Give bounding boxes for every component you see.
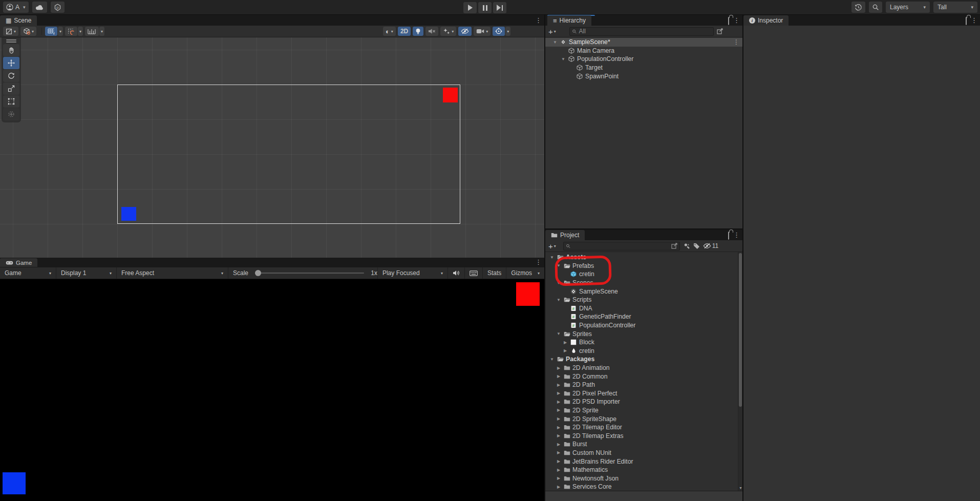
tree-row-geneticpathfinder[interactable]: #GeneticPathFinder xyxy=(545,312,742,321)
expand-arrow-icon[interactable] xyxy=(549,255,555,260)
game-gizmos-dropdown[interactable]: Gizmos▾ xyxy=(506,267,544,279)
tree-row-main-camera[interactable]: Main Camera xyxy=(545,47,742,55)
project-search-field[interactable] xyxy=(563,242,680,251)
tree-row-populationcontroller[interactable]: #PopulationController xyxy=(545,321,742,330)
expand-arrow-icon[interactable] xyxy=(563,340,568,345)
pause-button[interactable] xyxy=(478,2,492,13)
expand-arrow-icon[interactable] xyxy=(549,357,555,362)
tree-row-assets[interactable]: Assets xyxy=(545,253,742,262)
play-button[interactable] xyxy=(463,2,477,13)
hierarchy-menu-icon[interactable] xyxy=(733,16,740,24)
scene-lighting-button[interactable] xyxy=(413,27,423,36)
inspector-menu-icon[interactable] xyxy=(971,16,977,24)
scale-tool-button[interactable] xyxy=(3,82,19,95)
tree-row-target[interactable]: Target xyxy=(545,64,742,72)
scene-panel-menu-icon[interactable] xyxy=(535,16,542,24)
tree-row-samplescene[interactable]: SampleScene xyxy=(545,287,742,296)
game-viewport[interactable] xyxy=(0,279,544,501)
expand-arrow-icon[interactable] xyxy=(556,374,561,379)
scale-slider-knob[interactable] xyxy=(255,270,261,276)
tab-game[interactable]: Game xyxy=(0,258,37,267)
expand-arrow-icon[interactable] xyxy=(556,408,561,412)
rotate-tool-button[interactable] xyxy=(3,70,19,82)
tree-row-2d-sprite[interactable]: 2D Sprite xyxy=(545,406,742,415)
scene-audio-button[interactable] xyxy=(425,27,438,36)
expand-arrow-icon[interactable] xyxy=(556,425,561,430)
expand-arrow-icon[interactable] xyxy=(556,416,561,421)
stats-button[interactable]: Stats xyxy=(483,267,506,279)
hierarchy-lock-icon[interactable] xyxy=(728,17,729,25)
tree-row-block[interactable]: Block xyxy=(545,338,742,347)
hierarchy-add-button[interactable]: + xyxy=(548,27,556,36)
expand-arrow-icon[interactable] xyxy=(561,57,566,61)
expand-arrow-icon[interactable] xyxy=(556,468,561,472)
hierarchy-search-input[interactable] xyxy=(588,28,711,34)
expand-arrow-icon[interactable] xyxy=(563,348,568,353)
project-picker-icon[interactable] xyxy=(671,243,677,249)
hierarchy-picker-icon[interactable] xyxy=(717,28,723,34)
increment-snap-dropdown[interactable]: ▾ xyxy=(99,27,104,36)
search-by-type-icon[interactable] xyxy=(684,243,690,249)
snap-settings-button[interactable] xyxy=(65,27,77,36)
tree-row-cretin[interactable]: cretin xyxy=(545,270,742,279)
tree-row-packages[interactable]: Packages xyxy=(545,355,742,364)
tree-row-2d-spriteshape[interactable]: 2D SpriteShape xyxy=(545,414,742,423)
tree-row-scenes[interactable]: Scenes xyxy=(545,279,742,287)
tab-scene[interactable]: Scene xyxy=(0,15,37,26)
tree-row-samplescene-[interactable]: SampleScene*⋮ xyxy=(545,38,742,47)
project-search-input[interactable] xyxy=(572,243,669,249)
tree-row-newtonsoft-json[interactable]: Newtonsoft Json xyxy=(545,474,742,483)
effects-dropdown[interactable]: ▾ xyxy=(440,27,456,36)
play-focused-dropdown[interactable]: Play Focused▾ xyxy=(377,267,448,279)
expand-arrow-icon[interactable] xyxy=(556,366,561,370)
expand-arrow-icon[interactable] xyxy=(556,391,561,395)
expand-arrow-icon[interactable] xyxy=(556,331,561,336)
layers-dropdown[interactable]: Layers xyxy=(886,2,930,13)
undo-history-button[interactable] xyxy=(851,2,865,13)
rect-tool-button[interactable] xyxy=(3,95,19,108)
shading-mode-dropdown[interactable]: ◐▾ xyxy=(383,27,396,36)
tab-project[interactable]: Project xyxy=(545,230,585,240)
scene-blue-object[interactable] xyxy=(121,207,136,221)
expand-arrow-icon[interactable] xyxy=(556,485,561,489)
orientation-toggle-button[interactable]: ▾ xyxy=(20,27,36,36)
inspector-lock-icon[interactable] xyxy=(966,17,967,25)
aspect-ratio-dropdown[interactable]: Free Aspect▾ xyxy=(117,267,228,279)
search-filter-chip[interactable]: All xyxy=(579,28,586,35)
search-button[interactable] xyxy=(869,2,882,13)
hidden-packages-toggle[interactable]: 11 xyxy=(703,242,718,249)
snap-settings-dropdown[interactable]: ▾ xyxy=(78,27,83,36)
tab-inspector[interactable]: Inspector xyxy=(743,15,789,26)
game-view-dropdown[interactable]: Game▾ xyxy=(0,267,56,279)
expand-arrow-icon[interactable] xyxy=(556,433,561,438)
expand-arrow-icon[interactable] xyxy=(556,281,561,285)
tree-row-sprites[interactable]: Sprites xyxy=(545,329,742,338)
step-button[interactable] xyxy=(493,2,506,13)
project-lock-icon[interactable] xyxy=(728,232,729,240)
row-kebab-icon[interactable]: ⋮ xyxy=(733,38,739,46)
expand-arrow-icon[interactable] xyxy=(556,383,561,387)
tree-row-cretin[interactable]: cretin xyxy=(545,347,742,356)
tree-row-populationcontroller[interactable]: PopulationController xyxy=(545,55,742,64)
tree-row-mathematics[interactable]: Mathematics xyxy=(545,466,742,474)
expand-arrow-icon[interactable] xyxy=(556,400,561,404)
project-add-button[interactable]: + xyxy=(548,242,556,251)
tab-hierarchy[interactable]: Hierarchy xyxy=(547,15,591,26)
expand-arrow-icon[interactable] xyxy=(556,476,561,481)
tree-row-jetbrains-rider-editor[interactable]: JetBrains Rider Editor xyxy=(545,457,742,466)
game-panel-menu-icon[interactable] xyxy=(535,258,542,266)
tree-row-2d-pixel-perfect[interactable]: 2D Pixel Perfect xyxy=(545,389,742,398)
tree-row-dna[interactable]: #DNA xyxy=(545,304,742,313)
plastic-scm-button[interactable]: p xyxy=(51,2,65,13)
layout-dropdown[interactable]: Tall xyxy=(933,2,977,13)
tree-row-2d-animation[interactable]: 2D Animation xyxy=(545,364,742,372)
view-hand-tool-button[interactable] xyxy=(3,44,19,56)
search-by-label-icon[interactable] xyxy=(693,243,700,249)
tree-row-custom-nunit[interactable]: Custom NUnit xyxy=(545,449,742,457)
expand-arrow-icon[interactable] xyxy=(556,263,561,268)
scene-red-object[interactable] xyxy=(443,88,458,102)
account-button[interactable]: A xyxy=(3,2,29,13)
expand-arrow-icon[interactable] xyxy=(556,450,561,455)
scale-slider[interactable] xyxy=(255,273,364,274)
cloud-button[interactable] xyxy=(32,2,47,13)
